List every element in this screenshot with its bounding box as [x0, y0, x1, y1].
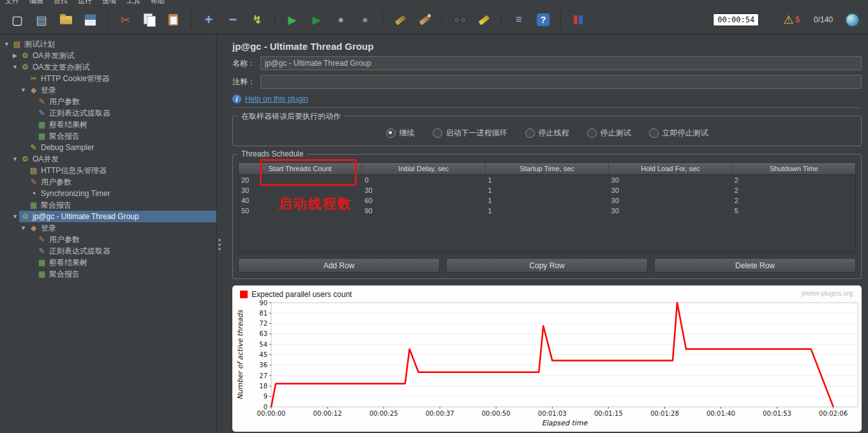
- tree-item-body[interactable]: ✎Debug Sampler: [27, 142, 216, 153]
- radio-icon[interactable]: [649, 128, 659, 138]
- tree-item-16[interactable]: ▼◆登录: [0, 222, 216, 234]
- search-icon[interactable]: [451, 11, 468, 28]
- tree-item-7[interactable]: ▦察看结果树: [0, 119, 216, 130]
- tree-item-body[interactable]: ▤HTTP信息头管理器: [27, 165, 216, 176]
- table-cell[interactable]: 30: [362, 185, 485, 195]
- error-action-radio-2[interactable]: 停止线程: [525, 128, 569, 139]
- menu-item-2[interactable]: 查找: [54, 0, 68, 6]
- clear-all-icon[interactable]: [416, 11, 433, 28]
- table-row[interactable]: 30301302: [239, 185, 855, 195]
- function-helper-icon[interactable]: ≡: [511, 11, 527, 28]
- table-cell[interactable]: 30: [609, 185, 732, 195]
- tree-item-18[interactable]: ✎正则表达式提取器: [0, 245, 216, 257]
- expand-all-icon[interactable]: +: [200, 11, 217, 28]
- collapse-arrow-icon[interactable]: ▼: [3, 41, 11, 47]
- table-cell[interactable]: 5: [732, 206, 855, 216]
- tree-item-1[interactable]: ▶⚙OA并发测试: [0, 50, 216, 61]
- tree-item-12[interactable]: ✎用户参数: [0, 176, 216, 188]
- tree-item-4[interactable]: ▼◆登录: [0, 84, 216, 96]
- table-cell[interactable]: 60: [362, 195, 485, 206]
- table-cell[interactable]: 1: [485, 206, 608, 216]
- plugins-manager-icon[interactable]: [570, 11, 587, 28]
- add-row-button[interactable]: Add Row: [238, 258, 440, 273]
- error-action-radio-4[interactable]: 立即停止测试: [649, 128, 708, 139]
- tree-item-20[interactable]: ▦聚合报告: [0, 268, 216, 280]
- tree-item-body[interactable]: ⚙OA发文签办测试: [19, 61, 216, 73]
- tree-item-15[interactable]: ▼⚙jp@gc - Ultimate Thread Group: [0, 211, 216, 222]
- splitter-grip-icon[interactable]: [218, 239, 221, 241]
- tree-item-body[interactable]: ▦察看结果树: [36, 257, 216, 268]
- table-row[interactable]: 2001302: [239, 175, 855, 185]
- expand-arrow-icon[interactable]: ▶: [11, 52, 19, 59]
- error-action-radio-0[interactable]: 继续: [386, 128, 415, 139]
- collapse-arrow-icon[interactable]: ▼: [11, 213, 19, 220]
- tree-item-body[interactable]: ◆登录: [27, 84, 216, 96]
- comments-input[interactable]: [260, 75, 862, 89]
- error-action-radio-1[interactable]: 启动下一进程循环: [433, 128, 507, 139]
- error-action-radio-3[interactable]: 停止测试: [587, 128, 631, 139]
- table-cell[interactable]: 1: [485, 195, 608, 206]
- menu-item-6[interactable]: 帮助: [151, 0, 165, 6]
- tree-item-2[interactable]: ▼⚙OA发文签办测试: [0, 61, 216, 73]
- help-icon[interactable]: ?: [537, 13, 550, 26]
- help-plugin-link[interactable]: Help on this plugin: [245, 95, 308, 103]
- tree-item-0[interactable]: ▼▤测试计划: [0, 38, 216, 50]
- table-cell[interactable]: 30: [239, 185, 362, 195]
- tree-item-body[interactable]: ✎用户参数: [36, 234, 216, 245]
- table-cell[interactable]: 40: [239, 195, 362, 206]
- table-row[interactable]: 40601302: [239, 195, 855, 206]
- tree-item-body[interactable]: ▦聚合报告: [36, 268, 216, 280]
- tree-item-body[interactable]: ✎正则表达式提取器: [36, 107, 216, 119]
- collapse-arrow-icon[interactable]: ▼: [19, 225, 27, 231]
- delete-row-button[interactable]: Delete Row: [654, 258, 856, 273]
- collapse-arrow-icon[interactable]: ▼: [19, 87, 27, 93]
- shutdown-icon[interactable]: ●: [357, 11, 373, 28]
- clear-icon[interactable]: [392, 11, 408, 28]
- name-input[interactable]: [260, 56, 862, 70]
- radio-icon[interactable]: [525, 128, 535, 138]
- tree-item-11[interactable]: ▤HTTP信息头管理器: [0, 165, 216, 176]
- tree-item-14[interactable]: ▦聚合报告: [0, 199, 216, 211]
- tree-item-body[interactable]: ✎正则表达式提取器: [36, 245, 216, 257]
- table-row[interactable]: 50901305: [239, 206, 855, 216]
- tree-item-body[interactable]: ◔Synchronizing Timer: [27, 188, 216, 199]
- tree-item-body[interactable]: ⚙OA并发测试: [19, 50, 216, 61]
- menu-item-0[interactable]: 文件: [5, 0, 19, 6]
- tree-item-9[interactable]: ✎Debug Sampler: [0, 142, 216, 153]
- table-cell[interactable]: 30: [609, 175, 732, 185]
- table-cell[interactable]: 2: [732, 175, 855, 185]
- tree-item-8[interactable]: ▦聚合报告: [0, 130, 216, 142]
- remote-start-globe-icon[interactable]: [846, 13, 859, 27]
- table-cell[interactable]: 1: [485, 175, 608, 185]
- start-icon[interactable]: ▶: [284, 11, 301, 28]
- menu-item-4[interactable]: 选项: [102, 0, 116, 6]
- tree-item-10[interactable]: ▼⚙OA并发: [0, 153, 216, 165]
- toggle-icon[interactable]: ↯: [249, 11, 266, 28]
- tree-item-body[interactable]: ⚙jp@gc - Ultimate Thread Group: [19, 211, 216, 222]
- menu-item-5[interactable]: 工具: [126, 0, 140, 6]
- tree-item-body[interactable]: ✎用户参数: [27, 176, 216, 188]
- collapse-arrow-icon[interactable]: ▼: [11, 156, 19, 162]
- tree-item-body[interactable]: ▤测试计划: [11, 38, 216, 50]
- copy-icon[interactable]: [141, 11, 158, 28]
- table-cell[interactable]: 30: [609, 206, 732, 216]
- collapse-arrow-icon[interactable]: ▼: [11, 64, 19, 70]
- open-file-icon[interactable]: [57, 11, 74, 28]
- tree-item-body[interactable]: ✂HTTP Cookie管理器: [27, 73, 216, 84]
- table-cell[interactable]: 20: [239, 175, 362, 185]
- tree-item-body[interactable]: ◆登录: [27, 222, 216, 234]
- radio-selected-icon[interactable]: [386, 128, 396, 138]
- copy-row-button[interactable]: Copy Row: [446, 258, 648, 273]
- table-cell[interactable]: 30: [609, 195, 732, 206]
- table-cell[interactable]: 90: [362, 206, 485, 216]
- tree-item-3[interactable]: ✂HTTP Cookie管理器: [0, 73, 216, 84]
- tree-item-17[interactable]: ✎用户参数: [0, 234, 216, 245]
- start-no-pauses-icon[interactable]: ▶: [308, 11, 325, 28]
- stop-icon[interactable]: ●: [333, 11, 349, 28]
- cut-icon[interactable]: ✂: [117, 11, 133, 28]
- tree-item-body[interactable]: ⚙OA并发: [19, 153, 216, 165]
- save-icon[interactable]: [82, 11, 98, 28]
- tree-item-19[interactable]: ▦察看结果树: [0, 257, 216, 268]
- table-cell[interactable]: 2: [732, 185, 855, 195]
- tree-item-body[interactable]: ▦聚合报告: [27, 199, 216, 211]
